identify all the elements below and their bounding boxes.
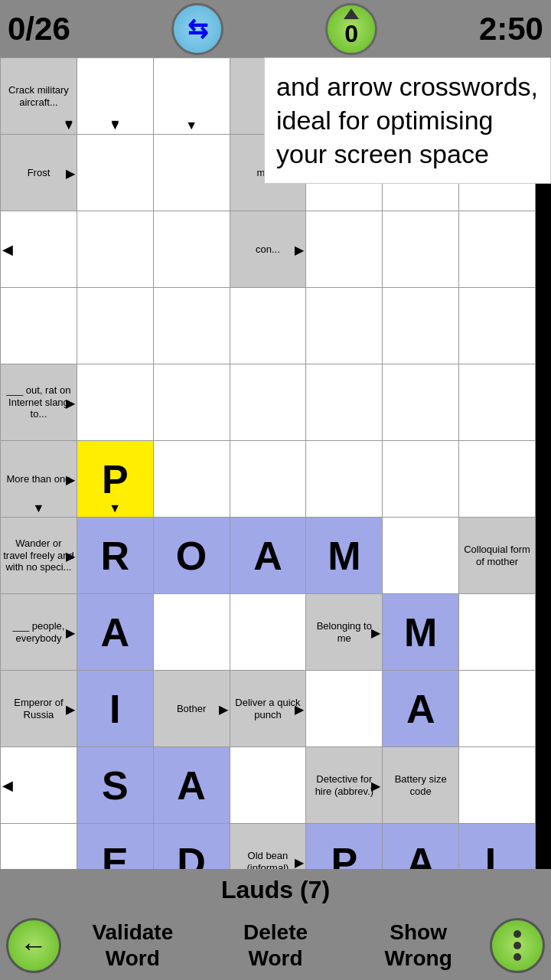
letter-cell[interactable]: A: [77, 594, 153, 671]
grid-cell[interactable]: [459, 211, 536, 288]
grid-area: Crack military aircraft... ▼ ▼ ▼ C Frost…: [0, 57, 551, 903]
top-bar: 0/26 ⇆ 0 2:50: [0, 0, 551, 57]
letter-o: O: [176, 534, 207, 578]
grid-cell[interactable]: [306, 211, 383, 288]
action-bar: ← ValidateWord DeleteWord ShowWrong: [0, 911, 551, 980]
table-row: ___ people, everybody ▶ A Belonging to m…: [1, 594, 536, 671]
clue-text: Battery size code: [383, 771, 458, 799]
grid-cell[interactable]: [459, 594, 536, 671]
letter-cell[interactable]: A: [230, 518, 306, 594]
clue-cell[interactable]: Bother ▶: [153, 671, 230, 747]
grid-cell[interactable]: [459, 747, 536, 824]
grid-cell[interactable]: [230, 364, 306, 441]
tooltip-overlay: and arrow crosswords, ideal for optimisi…: [264, 57, 551, 184]
grid-cell[interactable]: ▼: [77, 58, 153, 135]
letter-a: A: [406, 687, 435, 731]
grid-cell[interactable]: [459, 364, 536, 441]
grid-cell[interactable]: [230, 288, 306, 364]
arrow-down-icon: ▼: [63, 119, 75, 132]
letter-cell[interactable]: A: [153, 747, 230, 824]
letter-cell[interactable]: I: [77, 671, 153, 747]
letter-a: A: [253, 534, 282, 578]
clue-cell[interactable]: Belonging to me ▶: [306, 594, 383, 671]
current-word-label: Lauds (7): [221, 876, 330, 904]
grid-cell[interactable]: [77, 135, 153, 211]
grid-cell[interactable]: [153, 364, 230, 441]
table-row: More than one ▶ ▼ P ▼: [1, 441, 536, 518]
table-row: ◀ S A Detective for hire (abbrev.) ▶ Bat…: [1, 747, 536, 824]
zero-label: 0: [344, 20, 358, 48]
timer-display: 2:50: [479, 11, 543, 47]
letter-cell[interactable]: M: [383, 594, 459, 671]
letter-p: P: [102, 457, 129, 501]
letter-cell[interactable]: O: [153, 518, 230, 594]
grid-cell[interactable]: [153, 441, 230, 518]
grid-cell[interactable]: [153, 135, 230, 211]
options-button[interactable]: [490, 918, 545, 973]
letter-r: R: [101, 534, 130, 578]
table-row: ◀ con... ▶: [1, 211, 536, 288]
grid-cell[interactable]: [306, 671, 383, 747]
back-arrow-icon: ←: [20, 929, 47, 962]
validate-word-button[interactable]: ValidateWord: [61, 918, 204, 973]
letter-a: A: [101, 610, 130, 655]
clue-cell[interactable]: ___ out, rat on Internet slang to... ▶: [1, 364, 77, 441]
clue-cell[interactable]: More than one ▶ ▼: [1, 441, 77, 518]
clue-cell[interactable]: Wander or travel freely and with no spec…: [1, 518, 77, 594]
zero-button[interactable]: 0: [325, 3, 377, 55]
clue-cell[interactable]: Detective for hire (abbrev.) ▶: [306, 747, 383, 824]
clue-cell[interactable]: Colloquial form of mother: [459, 518, 536, 594]
grid-cell[interactable]: [1, 288, 77, 364]
swap-icon: ⇆: [187, 15, 208, 44]
table-row: Wander or travel freely and with no spec…: [1, 518, 536, 594]
grid-cell[interactable]: [383, 364, 459, 441]
grid-cell[interactable]: [153, 594, 230, 671]
grid-cell[interactable]: [230, 747, 306, 824]
grid-cell[interactable]: [306, 364, 383, 441]
grid-cell[interactable]: [383, 441, 459, 518]
letter-cell[interactable]: M: [306, 518, 383, 594]
clue-text: Crack military aircraft...: [1, 82, 77, 110]
grid-cell[interactable]: ◀: [1, 211, 77, 288]
arrow-down-icon: ▼: [109, 119, 121, 132]
grid-cell[interactable]: [459, 671, 536, 747]
clue-text: Colloquial form of mother: [459, 541, 535, 570]
grid-cell[interactable]: [230, 441, 306, 518]
clue-cell[interactable]: ___ people, everybody ▶: [1, 594, 77, 671]
grid-cell[interactable]: [153, 211, 230, 288]
grid-cell[interactable]: ▼: [153, 58, 230, 135]
letter-s: S: [102, 763, 129, 808]
delete-word-button[interactable]: DeleteWord: [204, 918, 347, 973]
clue-cell[interactable]: Frost ▶: [1, 135, 77, 211]
clue-cell[interactable]: Deliver a quick punch ▶: [230, 671, 306, 747]
table-row: Emperor of Russia ▶ I Bother ▶ Deliver a…: [1, 671, 536, 747]
clue-cell[interactable]: Crack military aircraft... ▼: [1, 58, 77, 135]
letter-cell[interactable]: R: [77, 518, 153, 594]
grid-cell[interactable]: [77, 288, 153, 364]
table-row: [1, 288, 536, 364]
clue-cell[interactable]: Battery size code: [383, 747, 459, 824]
letter-cell[interactable]: S: [77, 747, 153, 824]
back-button[interactable]: ←: [6, 918, 61, 973]
clue-cell[interactable]: Emperor of Russia ▶: [1, 671, 77, 747]
grid-cell[interactable]: [77, 211, 153, 288]
grid-cell[interactable]: [383, 518, 459, 594]
grid-cell[interactable]: [230, 594, 306, 671]
table-row: ___ out, rat on Internet slang to... ▶: [1, 364, 536, 441]
grid-cell[interactable]: [153, 288, 230, 364]
swap-button[interactable]: ⇆: [171, 3, 223, 55]
grid-cell[interactable]: [306, 288, 383, 364]
grid-cell[interactable]: [459, 441, 536, 518]
score-display: 0/26: [8, 11, 70, 47]
grid-cell[interactable]: ◀: [1, 747, 77, 824]
crossword-grid: Crack military aircraft... ▼ ▼ ▼ C Frost…: [0, 57, 536, 977]
show-wrong-button[interactable]: ShowWrong: [347, 918, 490, 973]
letter-cell[interactable]: A: [383, 671, 459, 747]
grid-cell[interactable]: [459, 288, 536, 364]
letter-cell[interactable]: P ▼: [77, 441, 153, 518]
grid-cell[interactable]: [306, 441, 383, 518]
clue-cell[interactable]: con... ▶: [230, 211, 306, 288]
grid-cell[interactable]: [383, 211, 459, 288]
grid-cell[interactable]: [383, 288, 459, 364]
grid-cell[interactable]: [77, 364, 153, 441]
